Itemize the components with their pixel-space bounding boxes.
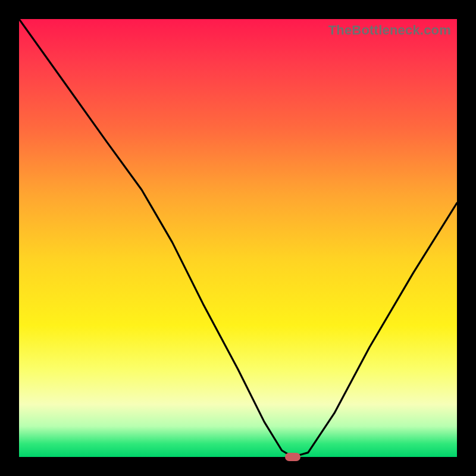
optimum-marker bbox=[285, 453, 300, 461]
plot-area: TheBottleneck.com bbox=[19, 19, 457, 457]
bottleneck-curve bbox=[19, 19, 457, 457]
